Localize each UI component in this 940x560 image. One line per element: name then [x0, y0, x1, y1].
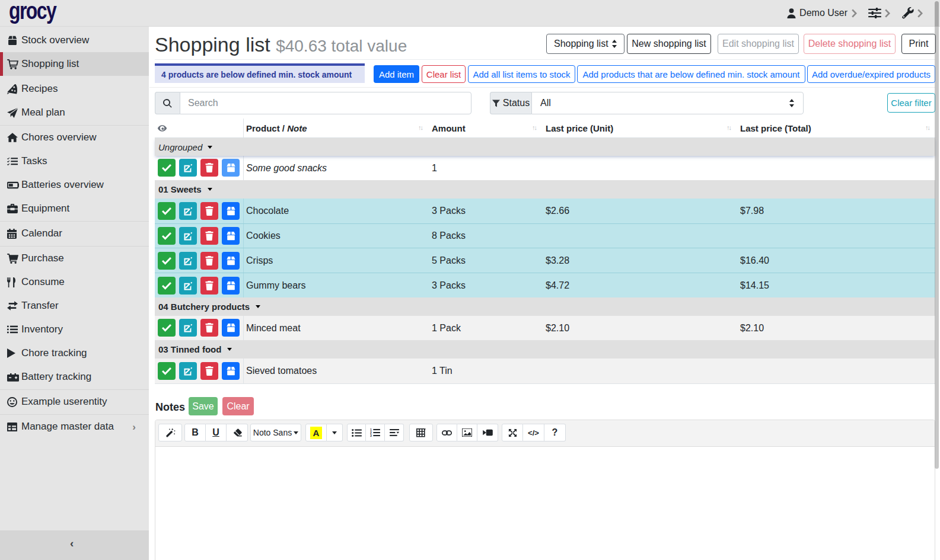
svg-text:3: 3 [370, 434, 372, 437]
